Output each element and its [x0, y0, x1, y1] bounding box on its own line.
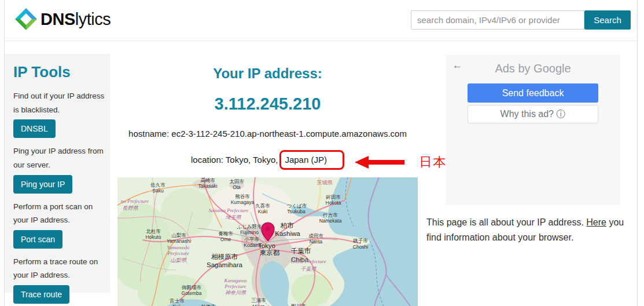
map-label: Chiba Prefecture — [290, 258, 326, 264]
map-label: Yamanashi — [167, 245, 190, 250]
map-canvas: 佐久市Saku高崎市Takasaki太田市Ota熊谷市Kumagaya久喜市Ku… — [117, 177, 418, 306]
map-label: つくば市 — [287, 203, 307, 209]
map-label: 埼玉県 — [226, 214, 242, 220]
map-label: Tsukuba — [287, 209, 306, 214]
map-label: Prefecture — [167, 250, 189, 256]
header-divider — [5, 41, 637, 41]
map-label: 成田市 — [308, 233, 323, 239]
traceroute-description: Perform a trace route on your IP address… — [13, 255, 106, 282]
logo-text: DNSlytics — [41, 10, 111, 29]
search-input[interactable] — [411, 10, 584, 30]
map-label: 太田市 — [229, 178, 244, 184]
location-text: location: Tokyo, Tokyo, — [191, 155, 278, 165]
logo-lytics: lytics — [75, 10, 111, 28]
map-label: 鴨川市 — [291, 303, 306, 306]
ip-address-value: 3.112.245.210 — [117, 94, 418, 114]
sidebar-ip-tools: IP Tools Find out if your IP address is … — [5, 54, 110, 293]
map-label: 熊谷市 — [235, 194, 250, 199]
map-label: Fuji — [172, 304, 181, 306]
map-label: Saitama Prefecture — [208, 207, 248, 213]
map-label: Hokuto — [146, 234, 161, 240]
map-label: Narita — [310, 239, 323, 245]
ad-back-arrow-icon[interactable]: ← — [452, 60, 462, 71]
hostname-line: hostname: ec2-3-112-245-210.ap-northeast… — [117, 129, 418, 139]
map-label: 三浦市 — [251, 297, 266, 303]
map-label: Gotemba — [182, 290, 202, 296]
here-link[interactable]: Here — [586, 217, 606, 227]
ping-description: Ping your IP address from our server. — [13, 144, 106, 172]
map-label: 東京都 — [260, 249, 280, 256]
dnsbl-description: Find out if your IP address is blacklist… — [13, 89, 106, 116]
map-label: 高崎市 — [200, 177, 215, 183]
map-label: Namekata — [319, 218, 342, 224]
map-label: 千葉市 — [291, 247, 311, 254]
logo-dns: DNS — [41, 10, 75, 28]
map-label: Takasaki — [198, 183, 217, 189]
annotation-label-japan: 日本 — [419, 152, 447, 172]
map-label: Prefecture — [224, 283, 246, 289]
map-label: Ome — [220, 236, 231, 242]
map-label: 佐久市 — [150, 182, 165, 188]
site-logo[interactable]: DNSlytics — [14, 8, 111, 31]
google-ad-panel: ← Ads by Google Send feedback Why this a… — [446, 55, 620, 205]
map-label: 熱海市 — [201, 304, 216, 306]
map-label: 行方市 — [322, 212, 338, 218]
location-country-highlight-box: Japan (JP) — [279, 150, 344, 170]
dnsbl-button[interactable]: DNSBL — [13, 119, 56, 138]
map-label: 富士市 — [170, 298, 185, 304]
osm-map[interactable]: 佐久市Saku高崎市Takasaki太田市Ota熊谷市Kumagaya久喜市Ku… — [117, 177, 418, 306]
search-button[interactable]: Search — [584, 10, 631, 30]
map-label: 柏市 — [281, 222, 295, 229]
map-label: no Prefecture — [121, 198, 149, 204]
map-label: Kashiwa — [275, 230, 300, 237]
about-paragraph: This page is all about your IP address. … — [426, 215, 639, 246]
map-label: Hokota — [326, 200, 341, 206]
ping-button[interactable]: Ping your IP — [13, 175, 72, 194]
red-arrow-head-icon — [355, 156, 369, 169]
header: DNSlytics Search — [5, 0, 637, 41]
map-label: 山梨県 — [171, 257, 187, 263]
about-text-before: This page is all about your IP address. — [426, 217, 586, 227]
annotation: 日本 — [355, 152, 447, 172]
map-label: Choshi — [353, 244, 369, 250]
send-feedback-button[interactable]: Send feedback — [468, 83, 598, 103]
portscan-description: Perform a port scan on your IP address. — [13, 200, 106, 227]
map-label: 相模原市 — [211, 253, 238, 260]
map-label: 長野県 — [123, 205, 139, 211]
map-label: 千葉県 — [301, 266, 317, 272]
portscan-button[interactable]: Port scan — [13, 230, 62, 249]
map-label: Kumagaya — [231, 199, 255, 205]
right-window-edge — [637, 0, 638, 306]
map-label: 山梨市 — [171, 232, 186, 238]
location-line: location: Tokyo, Tokyo,Japan (JP) 日本 — [117, 150, 418, 170]
map-label: Kanagawa — [223, 278, 247, 283]
map-label: 銚子市 — [353, 238, 368, 243]
map-label: 神奈川県 — [225, 290, 246, 296]
map-label: Saku — [152, 188, 164, 194]
map-label: Miura — [252, 304, 265, 306]
map-label: 北杜市 — [146, 228, 161, 234]
map-label: 青梅市 — [218, 231, 233, 236]
map-label: 小平市 — [244, 236, 259, 242]
page: DNSlytics Search IP Tools Find out if yo… — [0, 0, 644, 306]
map-label: ふじみ野市 — [236, 224, 262, 230]
map-label: Tokyo — [258, 242, 275, 249]
map-label: 御殿場市 — [182, 285, 202, 290]
map-label: 鉾田市 — [326, 194, 341, 200]
map-label: Ota — [233, 184, 241, 190]
red-arrow-shaft — [369, 160, 404, 165]
why-this-ad-button[interactable]: Why this ad? ⓘ — [468, 105, 598, 123]
dnslytics-diamond-icon — [14, 8, 38, 31]
ads-by-google-label: Ads by Google — [446, 62, 620, 75]
map-label: 久喜市 — [255, 203, 270, 209]
page-title: Your IP address: — [117, 65, 418, 82]
map-label: Kuki — [258, 209, 268, 214]
map-label: Sagamihara — [207, 261, 243, 268]
map-label: Yamanashi — [167, 238, 191, 244]
map-label: 茨城県 — [317, 180, 333, 185]
map-label: Fujimino — [240, 230, 259, 235]
main-content: Your IP address: 3.112.245.210 hostname:… — [117, 55, 418, 306]
traceroute-button[interactable]: Trace route — [13, 285, 69, 304]
sidebar-title: IP Tools — [13, 63, 106, 81]
